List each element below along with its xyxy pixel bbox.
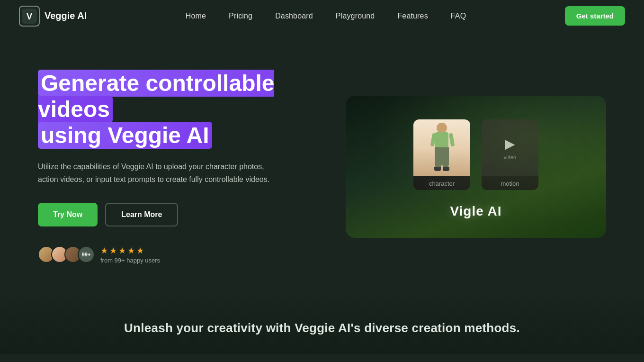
avatar-count: 99+	[78, 246, 95, 263]
user-avatars: 99+	[38, 246, 95, 263]
logo-link[interactable]: V Veggie AI	[19, 6, 87, 27]
navbar: V Veggie AI Home Pricing Dashboard Playg…	[0, 0, 644, 32]
motion-label: motion	[482, 176, 538, 190]
character-image	[413, 119, 470, 176]
nav-home[interactable]: Home	[186, 12, 206, 20]
char-shoe-right	[443, 167, 449, 171]
vigle-brand: Vigle AI	[450, 204, 501, 219]
hero-content: Generate controllable videos using Veggi…	[38, 70, 294, 264]
nav-links: Home Pricing Dashboard Playground Featur…	[186, 12, 466, 20]
character-label: character	[413, 176, 470, 190]
video-cards-row: character ▶ video motion	[413, 119, 538, 190]
social-proof: 99+ ★ ★ ★ ★ ★ from 99+ happy users	[38, 245, 294, 264]
video-text: video	[504, 154, 516, 160]
hero-title-highlighted: Generate controllable videos	[38, 70, 274, 123]
video-preview-card: character ▶ video motion Vigle AI	[346, 96, 606, 238]
char-body	[435, 132, 448, 149]
bottom-tagline: Unleash your creativity with Veggie AI's…	[19, 321, 625, 335]
nav-features[interactable]: Features	[397, 12, 428, 20]
logo-icon: V	[19, 6, 40, 27]
character-card: character	[413, 119, 470, 190]
happy-users-text: from 99+ happy users	[100, 257, 160, 264]
learn-more-button[interactable]: Learn More	[105, 203, 178, 226]
hero-title-part2: using Veggie AI	[38, 122, 212, 149]
motion-card: ▶ video motion	[482, 119, 538, 190]
logo-text: Veggie AI	[45, 10, 87, 21]
star-3: ★	[118, 245, 126, 256]
try-now-button[interactable]: Try Now	[38, 203, 98, 226]
hero-buttons: Try Now Learn More	[38, 203, 294, 226]
char-head	[437, 123, 447, 133]
hero-description: Utilize the capabilities of Veggie AI to…	[38, 160, 275, 186]
get-started-button[interactable]: Get started	[565, 6, 625, 26]
hero-visual: character ▶ video motion Vigle AI	[346, 96, 606, 238]
char-shoes	[434, 167, 449, 171]
bottom-section: Unleash your creativity with Veggie AI's…	[0, 292, 644, 354]
hero-section: Generate controllable videos using Veggi…	[0, 32, 644, 292]
character-figure	[428, 122, 456, 174]
star-4: ★	[127, 245, 135, 256]
motion-image: ▶ video	[482, 119, 538, 176]
play-icon: ▶	[505, 136, 515, 152]
char-shoe-left	[434, 167, 441, 171]
star-5: ★	[136, 245, 144, 256]
star-1: ★	[100, 245, 108, 256]
nav-playground[interactable]: Playground	[336, 12, 375, 20]
nav-pricing[interactable]: Pricing	[229, 12, 252, 20]
star-2: ★	[109, 245, 117, 256]
stars-rating: ★ ★ ★ ★ ★ from 99+ happy users	[100, 245, 160, 264]
nav-dashboard[interactable]: Dashboard	[275, 12, 313, 20]
nav-faq[interactable]: FAQ	[451, 12, 466, 20]
svg-text:V: V	[27, 12, 32, 21]
star-icons: ★ ★ ★ ★ ★	[100, 245, 160, 256]
char-arm-right	[449, 133, 455, 147]
hero-title: Generate controllable videos using Veggi…	[38, 70, 294, 149]
